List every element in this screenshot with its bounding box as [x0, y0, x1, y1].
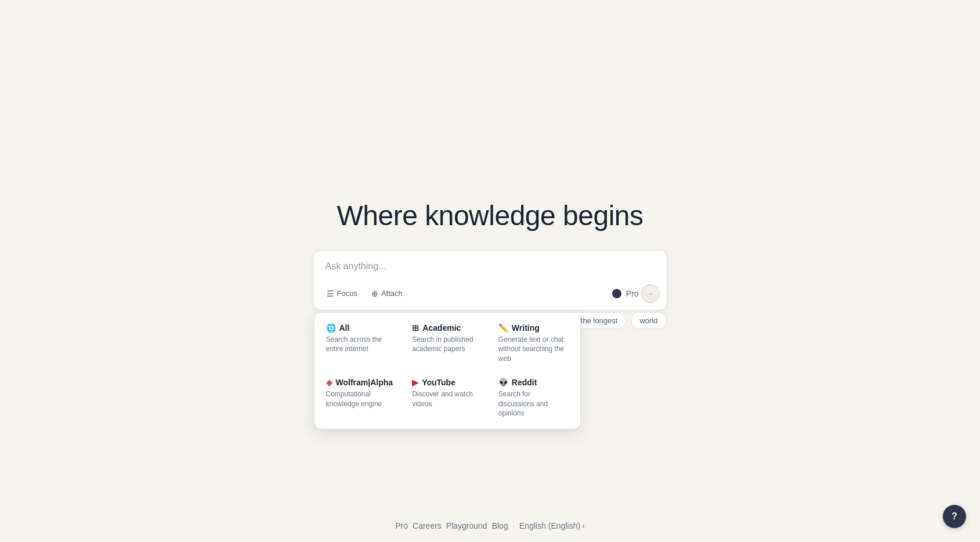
all-label: All	[339, 323, 350, 333]
academic-desc: Search in published academic papers	[412, 335, 482, 355]
writing-icon: ✏️	[498, 323, 508, 333]
search-container: ☰ Focus ⊕ Attach Pro → 🌐	[313, 250, 667, 310]
submit-button[interactable]: →	[641, 284, 660, 303]
youtube-icon: ▶	[412, 378, 418, 387]
reddit-label: Reddit	[512, 378, 537, 387]
dropdown-item-writing[interactable]: ✏️ Writing Generate text or chat without…	[491, 317, 576, 370]
footer-link-pro[interactable]: Pro	[395, 521, 408, 530]
language-label: English (English)	[519, 521, 580, 530]
pro-dot	[612, 289, 621, 298]
dropdown-grid: 🌐 All Search across the entire internet …	[319, 317, 576, 425]
reddit-desc: Search for discussions and opinions	[498, 389, 569, 418]
dropdown-item-reddit[interactable]: 👽 Reddit Search for discussions and opin…	[491, 372, 576, 424]
youtube-desc: Discover and watch videos	[412, 389, 482, 409]
footer-link-blog[interactable]: Blog	[492, 521, 508, 530]
pro-section: Pro	[612, 289, 639, 298]
wolfram-icon: ◈	[326, 378, 332, 387]
attach-icon: ⊕	[371, 289, 378, 298]
page-title: Where knowledge begins	[337, 200, 643, 232]
search-toolbar: ☰ Focus ⊕ Attach Pro →	[314, 280, 667, 310]
pro-label: Pro	[626, 289, 639, 298]
wolfram-desc: Computational knowledge engine	[326, 389, 396, 409]
all-icon: 🌐	[326, 323, 336, 333]
footer-link-careers[interactable]: Careers	[413, 521, 442, 530]
attach-button[interactable]: ⊕ Attach	[366, 286, 408, 301]
footer-separator: ·	[513, 522, 515, 530]
youtube-label: YouTube	[422, 378, 455, 387]
all-desc: Search across the entire internet	[326, 335, 396, 355]
writing-desc: Generate text or chat without searching …	[498, 335, 569, 364]
main-content: Where knowledge begins ☰ Focus ⊕ Attach …	[0, 0, 980, 510]
submit-arrow-icon: →	[646, 289, 654, 298]
help-icon: ?	[952, 511, 957, 522]
chevron-down-icon: ›	[582, 521, 585, 530]
attach-label: Attach	[381, 289, 403, 298]
wolfram-label: Wolfram|Alpha	[336, 378, 393, 387]
help-button[interactable]: ?	[943, 505, 966, 528]
academic-icon: ⊞	[412, 323, 419, 333]
search-input-area	[314, 251, 667, 280]
writing-label: Writing	[512, 323, 540, 333]
chip-world[interactable]: world	[631, 312, 666, 329]
academic-label: Academic	[422, 323, 461, 333]
dropdown-item-youtube[interactable]: ▶ YouTube Discover and watch videos	[405, 372, 489, 424]
dropdown-item-academic[interactable]: ⊞ Academic Search in published academic …	[405, 317, 489, 370]
focus-dropdown: 🌐 All Search across the entire internet …	[314, 312, 581, 430]
dropdown-item-all[interactable]: 🌐 All Search across the entire internet	[319, 317, 403, 370]
footer-link-playground[interactable]: Playground	[446, 521, 487, 530]
reddit-icon: 👽	[498, 378, 508, 387]
focus-icon: ☰	[327, 289, 334, 298]
search-input[interactable]	[326, 261, 655, 272]
footer: Pro Careers Playground Blog · English (E…	[0, 510, 980, 542]
focus-label: Focus	[337, 289, 357, 298]
focus-button[interactable]: ☰ Focus	[321, 286, 363, 301]
footer-language[interactable]: English (English) ›	[519, 521, 585, 530]
dropdown-item-wolfram[interactable]: ◈ Wolfram|Alpha Computational knowledge …	[319, 372, 403, 424]
